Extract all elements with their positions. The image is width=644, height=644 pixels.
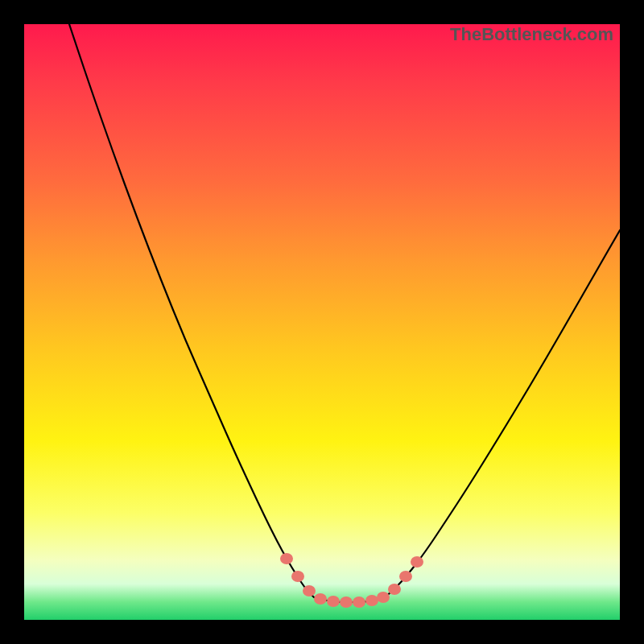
bottleneck-curve [24,24,620,620]
plot-area: TheBottleneck.com [24,24,620,620]
outer-frame: TheBottleneck.com [0,0,644,644]
